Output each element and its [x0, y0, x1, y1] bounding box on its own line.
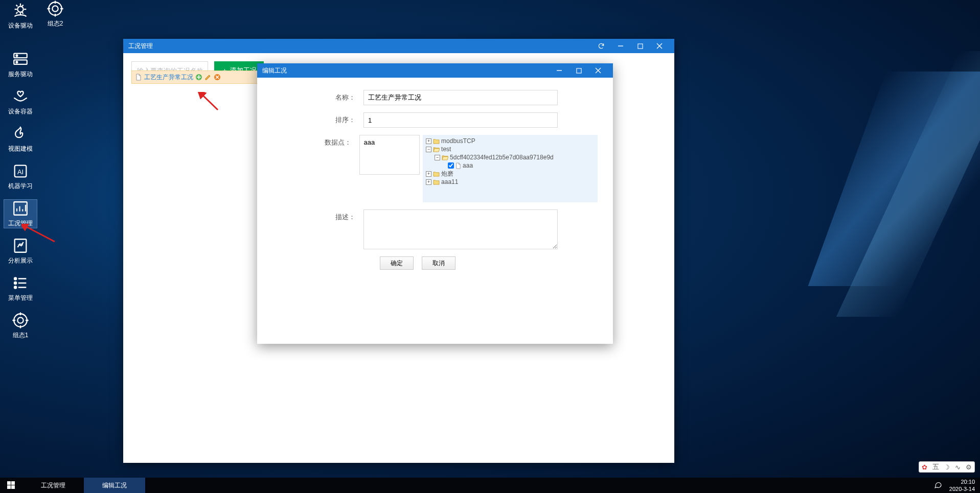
svg-point-16: [17, 317, 23, 323]
collapse-toggle[interactable]: −: [435, 155, 440, 160]
start-button[interactable]: [0, 478, 22, 493]
flame-icon: [12, 125, 29, 143]
gear-icon: [12, 2, 29, 19]
folder-open-icon: [442, 155, 448, 160]
target-icon: [47, 0, 64, 17]
tree-node-modbustcp[interactable]: +modbusTCP: [426, 137, 595, 145]
desktop-icon-ml[interactable]: AI 机器学习: [4, 162, 37, 191]
target-icon: [12, 312, 29, 329]
expand-toggle[interactable]: +: [426, 179, 431, 185]
svg-point-12: [14, 277, 16, 279]
window-title: 工况管理: [128, 42, 591, 51]
maximize-button[interactable]: [569, 63, 588, 78]
desktop-icon-menu-mgmt[interactable]: 菜单管理: [4, 274, 37, 302]
minimize-button[interactable]: [550, 63, 569, 78]
gear-icon: ⚙: [966, 463, 972, 471]
taskbar-clock[interactable]: 20:10 2020-3-14: [949, 478, 975, 492]
add-icon[interactable]: [195, 74, 202, 81]
svg-rect-17: [637, 43, 642, 48]
decorative-beam: [808, 72, 980, 286]
tree-node-aaa[interactable]: aaa: [426, 161, 595, 170]
ok-button[interactable]: 确定: [380, 256, 414, 270]
system-tray[interactable]: 20:10 2020-3-14: [929, 478, 980, 493]
ai-icon: AI: [12, 162, 29, 180]
order-label: 排序：: [272, 112, 363, 125]
desc-textarea[interactable]: [363, 209, 558, 249]
svg-point-5: [16, 55, 18, 57]
svg-rect-20: [576, 68, 581, 73]
desktop-icon-grid: 设备驱动 组态2 服务驱动 设备容器 视图建模 AI 机器学习 工况管理 √AI…: [4, 0, 37, 340]
desktop-icon-device-driver[interactable]: 设备驱动: [4, 2, 37, 30]
decorative-beam: [836, 51, 980, 317]
maximize-button[interactable]: [630, 39, 650, 53]
link-icon: ∿: [955, 463, 961, 471]
modal-title: 编辑工况: [262, 66, 550, 75]
taskbar-item-edit-condition[interactable]: 编辑工况: [84, 478, 145, 493]
close-button[interactable]: [650, 39, 669, 53]
clock-time: 20:10: [949, 478, 975, 485]
desktop-icon-analysis[interactable]: √AI 分析展示: [4, 237, 37, 265]
desktop-icon-view-model[interactable]: 视图建模: [4, 125, 37, 153]
modal-form: 名称： 排序： 数据点： aaa +modbusTCP −test −5dcff…: [257, 78, 613, 275]
desktop-icon-label: 工况管理: [8, 219, 33, 228]
close-button[interactable]: [588, 63, 608, 78]
edit-icon[interactable]: [204, 74, 212, 81]
windows-icon: [7, 481, 15, 489]
cancel-button[interactable]: 取消: [422, 256, 455, 270]
main-window-titlebar[interactable]: 工况管理: [123, 39, 674, 53]
datapoint-label: 数据点：: [272, 135, 359, 147]
analysis-icon: √AI: [12, 237, 29, 254]
chat-icon[interactable]: [934, 481, 942, 490]
tree-node-aaa11[interactable]: +aaa11: [426, 178, 595, 186]
minimize-button[interactable]: [611, 39, 630, 53]
desktop-icon-label: 服务驱动: [8, 70, 33, 79]
tree-label: aaa11: [441, 178, 458, 186]
desktop-icon-service-driver[interactable]: 服务驱动: [4, 51, 37, 79]
datapoint-tree[interactable]: +modbusTCP −test −5dcff402334fed12b5e7d0…: [423, 135, 598, 202]
desktop-icon-label: 机器学习: [8, 182, 33, 191]
ime-mode-label: 五: [932, 462, 939, 472]
svg-rect-23: [7, 485, 11, 489]
delete-icon[interactable]: [214, 74, 221, 81]
desktop-icon-label: 设备驱动: [8, 21, 33, 30]
ime-tray-widget[interactable]: ✿ 五 ☽ ∿ ⚙: [919, 461, 975, 473]
chart-box-icon: [12, 200, 29, 217]
desktop-icon-condition-mgmt[interactable]: 工况管理: [4, 200, 37, 228]
desktop-icon-device-container[interactable]: 设备容器: [4, 88, 37, 116]
tree-node-hash[interactable]: −5dcff402334fed12b5e7d08aa9718e9d: [426, 153, 595, 161]
expand-toggle[interactable]: +: [426, 171, 431, 177]
folder-icon: [433, 171, 440, 177]
tree-label: test: [441, 145, 451, 153]
desc-label: 描述：: [272, 209, 363, 222]
tree-label: 5dcff402334fed12b5e7d08aa9718e9d: [450, 153, 554, 161]
tree-label: modbusTCP: [441, 137, 475, 145]
order-input[interactable]: [363, 112, 558, 128]
datapoint-selected-box[interactable]: aaa: [359, 135, 420, 175]
desktop-icon-config2[interactable]: 组态2: [39, 0, 72, 28]
name-label: 名称：: [272, 90, 363, 102]
taskbar-item-condition-mgmt[interactable]: 工况管理: [22, 478, 84, 493]
svg-text:√AI: √AI: [18, 243, 24, 247]
tree-node-4[interactable]: +炮磨: [426, 170, 595, 178]
taskbar-spacer: [145, 478, 929, 493]
datapoint-value: aaa: [364, 138, 375, 146]
tree-node-test[interactable]: −test: [426, 145, 595, 153]
svg-point-15: [14, 314, 27, 327]
folder-open-icon: [433, 147, 440, 152]
desktop-icon-label: 组态2: [48, 19, 63, 28]
svg-point-6: [16, 61, 18, 63]
taskbar: 工况管理 编辑工况 20:10 2020-3-14: [0, 478, 980, 493]
file-icon: [135, 74, 142, 81]
desktop-icon-label: 组态1: [13, 331, 29, 340]
svg-point-1: [49, 2, 62, 15]
collapse-toggle[interactable]: −: [426, 147, 431, 152]
svg-rect-24: [11, 485, 15, 489]
svg-point-2: [52, 6, 58, 11]
name-input[interactable]: [363, 90, 558, 105]
edit-condition-modal: 编辑工况 名称： 排序： 数据点： aaa +modbusTCP −test −…: [257, 63, 613, 344]
desktop-icon-config1[interactable]: 组态1: [4, 312, 37, 340]
refresh-button[interactable]: [591, 39, 611, 53]
modal-titlebar[interactable]: 编辑工况: [257, 63, 613, 78]
tree-checkbox[interactable]: [448, 162, 454, 169]
expand-toggle[interactable]: +: [426, 138, 431, 144]
